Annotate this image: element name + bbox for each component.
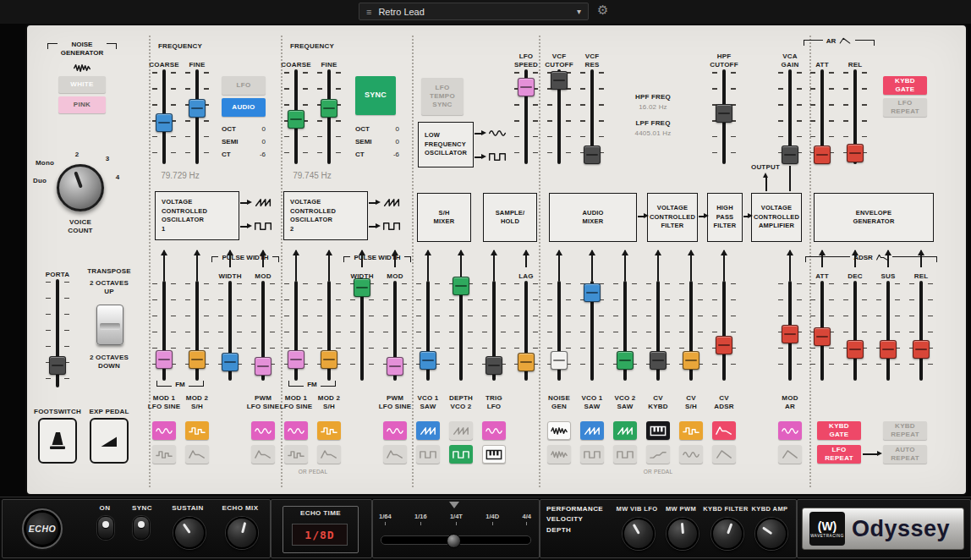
adsr-lfo-repeat-button[interactable]: LFO REPEAT: [817, 445, 861, 464]
kybd-filter-knob[interactable]: [711, 518, 743, 550]
slider-track[interactable]: [837, 69, 874, 164]
slider-handle[interactable]: [551, 351, 568, 370]
vco2-fine-slider[interactable]: FINE: [310, 47, 348, 164]
slider-handle[interactable]: [49, 356, 66, 375]
slider-track[interactable]: [178, 281, 216, 381]
slider-handle[interactable]: [584, 283, 601, 302]
sh-wave-button[interactable]: [317, 421, 341, 440]
adsr-sustain-slider[interactable]: SUS: [870, 250, 907, 381]
footswitch-button[interactable]: [38, 418, 77, 464]
slider-track[interactable]: [310, 69, 348, 164]
ar-kybd-gate-button[interactable]: KYBD GATE: [883, 76, 927, 95]
sh-wave-button[interactable]: [284, 445, 308, 464]
ar-lfo-repeat-button[interactable]: LFO REPEAT: [883, 98, 927, 117]
slider-handle[interactable]: [288, 110, 304, 129]
slider-handle[interactable]: [354, 278, 370, 297]
hpf-cutoff-slider[interactable]: HPF CUTOFF: [705, 47, 743, 164]
slider-track[interactable]: [277, 281, 315, 381]
slider-handle[interactable]: [222, 353, 239, 371]
slider-handle[interactable]: [847, 340, 864, 359]
porta-wave-button[interactable]: [646, 445, 670, 464]
echo-sync-toggle[interactable]: [133, 516, 150, 540]
slider-handle[interactable]: [847, 144, 864, 162]
slider-handle[interactable]: [321, 350, 337, 369]
adsr-wave-button[interactable]: [383, 445, 407, 464]
slider-track[interactable]: [244, 281, 282, 381]
vco1-lfo-mode-button[interactable]: LFO: [222, 76, 266, 95]
slider-track[interactable]: [804, 69, 841, 164]
sh-wave-button[interactable]: [152, 445, 176, 464]
mixer-vco1-slider[interactable]: VCO 1 SAW: [573, 250, 611, 411]
slider-handle[interactable]: [189, 350, 206, 369]
saw-wave-button[interactable]: [613, 421, 637, 440]
sine-wave-button[interactable]: [152, 421, 176, 440]
slider-track[interactable]: [310, 281, 348, 381]
sh-wave-button[interactable]: [185, 421, 209, 440]
vco1-coarse-slider[interactable]: COARSE: [145, 47, 183, 164]
slider-handle[interactable]: [880, 340, 897, 359]
echo-time-slider-handle[interactable]: [447, 534, 461, 548]
keys-wave-button[interactable]: [646, 421, 670, 440]
slider-handle[interactable]: [486, 356, 502, 375]
slider-handle[interactable]: [321, 99, 337, 118]
sh-wave-button[interactable]: [679, 421, 703, 440]
ar-wave-button[interactable]: [778, 445, 802, 464]
pink-noise-button[interactable]: PINK: [58, 96, 106, 113]
vcf-res-slider[interactable]: VCF RES: [573, 47, 611, 164]
transpose-switch[interactable]: [96, 305, 123, 345]
slider-track[interactable]: [507, 69, 545, 164]
vco2-coarse-slider[interactable]: COARSE: [277, 47, 315, 164]
slider-track[interactable]: [277, 69, 315, 164]
vco2-pulse-width-slider[interactable]: WIDTH: [343, 250, 381, 381]
adsr-wave-button[interactable]: [185, 445, 209, 464]
slider-track[interactable]: [705, 281, 743, 381]
exp-pedal-button[interactable]: [90, 418, 129, 464]
slider-track[interactable]: [540, 281, 578, 381]
echo-mix-knob[interactable]: [226, 517, 258, 549]
slider-handle[interactable]: [518, 353, 535, 371]
saw-wave-button[interactable]: [449, 421, 473, 440]
sh-depth-vco2-slider[interactable]: DEPTH VCO 2: [442, 250, 480, 411]
square-wave-button[interactable]: [580, 445, 604, 464]
ar-wave-button[interactable]: [712, 445, 736, 464]
slider-handle[interactable]: [518, 78, 535, 96]
slider-handle[interactable]: [716, 104, 732, 123]
mixer-vco2-slider[interactable]: VCO 2 SAW: [606, 250, 644, 411]
slider-track[interactable]: [606, 281, 644, 381]
settings-gear-icon[interactable]: ⚙: [597, 4, 608, 17]
sh-vco1-saw-slider[interactable]: VCO 1 SAW: [409, 250, 447, 411]
echo-on-toggle[interactable]: [97, 516, 114, 540]
slider-track[interactable]: [376, 281, 414, 381]
saw-wave-button[interactable]: [580, 421, 604, 440]
slider-handle[interactable]: [814, 145, 831, 164]
kybd-amp-knob[interactable]: [755, 518, 787, 550]
sine-wave-button[interactable]: [251, 421, 275, 440]
slider-track[interactable]: [507, 281, 545, 381]
adsr-kybd-gate-button[interactable]: KYBD GATE: [817, 421, 861, 440]
mixer-noise-slider[interactable]: NOISE GEN: [540, 250, 578, 411]
vco2-pwm-slider[interactable]: MODPWM LFO SINE: [376, 250, 414, 411]
sine-wave-button[interactable]: [679, 445, 703, 464]
slider-track[interactable]: [804, 281, 841, 381]
slider-handle[interactable]: [782, 325, 798, 343]
slider-handle[interactable]: [584, 145, 601, 164]
voice-count-knob[interactable]: [57, 164, 104, 211]
square-wave-button[interactable]: [449, 445, 473, 464]
slider-handle[interactable]: [156, 350, 173, 369]
adsr-wave-button[interactable]: [317, 445, 341, 464]
square-wave-button[interactable]: [613, 445, 637, 464]
mw-vib-lfo-knob[interactable]: [623, 518, 655, 550]
adsr-attack-slider[interactable]: ATT: [804, 250, 841, 381]
slider-handle[interactable]: [189, 99, 206, 118]
lfo-speed-slider[interactable]: LFO SPEED: [507, 47, 545, 164]
adsr-decay-slider[interactable]: DEC: [837, 250, 874, 381]
adsr-wave-button[interactable]: [712, 421, 736, 440]
porta-slider[interactable]: PORTA: [39, 266, 76, 387]
cv-kybd-slider[interactable]: CV KYBD: [639, 250, 677, 411]
echo-time-slider[interactable]: [381, 535, 531, 545]
mw-pwm-knob[interactable]: [667, 518, 699, 550]
keys-wave-button[interactable]: [482, 445, 506, 464]
slider-handle[interactable]: [683, 351, 699, 370]
saw-wave-button[interactable]: [416, 421, 440, 440]
slider-track[interactable]: [540, 69, 578, 164]
